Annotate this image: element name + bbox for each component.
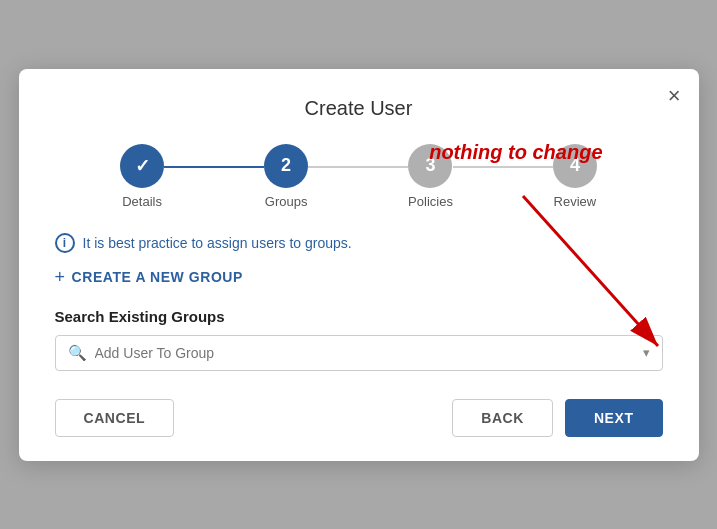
info-icon: i bbox=[55, 233, 75, 253]
modal: Create User × ✓ Details 2 Groups 3 Polic… bbox=[19, 69, 699, 461]
modal-footer: CANCEL BACK NEXT bbox=[55, 399, 663, 437]
step-1-details: ✓ Details bbox=[120, 144, 164, 209]
modal-title: Create User bbox=[55, 97, 663, 120]
footer-right-buttons: BACK NEXT bbox=[452, 399, 662, 437]
step-2-groups: 2 Groups bbox=[264, 144, 308, 209]
cancel-button[interactable]: CANCEL bbox=[55, 399, 175, 437]
step-2-circle: 2 bbox=[264, 144, 308, 188]
step-2-label: Groups bbox=[265, 194, 308, 209]
next-button[interactable]: NEXT bbox=[565, 399, 663, 437]
back-button[interactable]: BACK bbox=[452, 399, 553, 437]
step-3-label: Policies bbox=[408, 194, 453, 209]
connector-1-2 bbox=[164, 166, 264, 168]
step-1-label: Details bbox=[122, 194, 162, 209]
plus-icon: + bbox=[55, 267, 66, 288]
connector-2-3 bbox=[308, 166, 408, 168]
modal-overlay: Create User × ✓ Details 2 Groups 3 Polic… bbox=[0, 0, 717, 529]
close-button[interactable]: × bbox=[668, 85, 681, 107]
connector-3-4 bbox=[453, 166, 553, 168]
create-group-label: CREATE A NEW GROUP bbox=[72, 269, 243, 285]
step-1-circle: ✓ bbox=[120, 144, 164, 188]
annotation-arrow bbox=[463, 176, 683, 376]
annotation-text: nothing to change bbox=[429, 141, 602, 164]
search-icon: 🔍 bbox=[68, 344, 87, 362]
info-text: It is best practice to assign users to g… bbox=[83, 235, 352, 251]
svg-line-1 bbox=[523, 196, 658, 346]
create-new-group-button[interactable]: + CREATE A NEW GROUP bbox=[55, 267, 243, 288]
